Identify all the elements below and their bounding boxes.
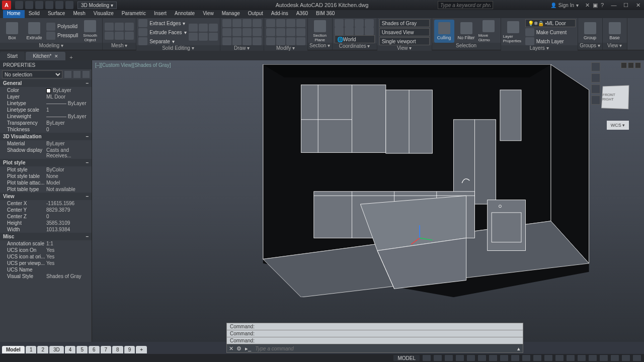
modify-tool-icon[interactable] <box>266 28 275 36</box>
coord-tool-icon[interactable] <box>365 19 374 27</box>
exchange-icon[interactable]: ✕ <box>585 2 590 9</box>
extract-edges-icon[interactable] <box>138 19 147 27</box>
section-plane-button[interactable]: Section Plane <box>310 20 330 43</box>
panel-title-coords[interactable]: Coordinates ▾ <box>333 43 377 50</box>
extrude-faces-icon[interactable] <box>138 28 147 36</box>
prop-value[interactable]: 1:1 <box>46 241 89 246</box>
properties-header[interactable]: PROPERTIES <box>0 60 92 69</box>
panel-title-groups[interactable]: Groups ▾ <box>578 43 602 50</box>
draw-tool-icon[interactable] <box>232 19 242 27</box>
status-snap-icon[interactable] <box>434 355 442 361</box>
close-button[interactable]: ✕ <box>632 0 644 10</box>
solid-tool-icon[interactable] <box>189 24 198 32</box>
layout-tab[interactable]: 9 <box>124 346 135 353</box>
prop-row[interactable]: Lineweight———— ByLayer <box>0 113 92 120</box>
prop-row[interactable]: UCS icon at ori...Yes <box>0 253 92 260</box>
prop-value[interactable]: ML Door <box>46 94 89 100</box>
viewport-label[interactable]: [–][Custom View][Shades of Gray] <box>95 62 171 68</box>
qat-redo-icon[interactable] <box>55 1 63 9</box>
quick-select-icon[interactable] <box>64 71 71 78</box>
layout-tab-model[interactable]: Model <box>2 346 25 353</box>
modify-tool-icon[interactable] <box>276 28 285 36</box>
status-dyninput-icon[interactable] <box>500 355 508 361</box>
toggle-pickadd-icon[interactable] <box>83 71 90 78</box>
prop-row[interactable]: Plot table attac...Model <box>0 179 92 186</box>
panel-title-draw[interactable]: Draw ▾ <box>220 45 264 51</box>
status-transparency-icon[interactable] <box>522 355 530 361</box>
minimize-button[interactable]: — <box>608 0 620 10</box>
prop-row[interactable]: LayerML Door <box>0 94 92 100</box>
solid-tool-icon[interactable] <box>209 24 218 32</box>
layout-tab[interactable]: 6 <box>89 346 100 353</box>
tab-annotate[interactable]: Annotate <box>171 10 199 18</box>
tab-mesh[interactable]: Mesh <box>69 10 89 18</box>
status-grid-icon[interactable] <box>423 355 431 361</box>
tab-visualize[interactable]: Visualize <box>90 10 118 18</box>
a360-icon[interactable]: ▣ <box>593 2 598 9</box>
signin-button[interactable]: 👤 Sign In ▾ <box>550 3 579 8</box>
prop-row[interactable]: UCS Name <box>0 266 92 273</box>
mesh-tool-icon[interactable] <box>125 23 134 31</box>
layout-tab[interactable]: 2 <box>37 346 48 353</box>
solid-tool-icon[interactable] <box>189 33 198 41</box>
draw-tool-icon[interactable] <box>222 28 231 36</box>
gizmo-button[interactable]: Move Gizmo <box>478 20 499 43</box>
prop-value[interactable]: 8829.3879 <box>46 207 89 213</box>
tab-close-icon[interactable]: ✕ <box>54 54 58 59</box>
status-hardware-icon[interactable] <box>611 355 619 361</box>
named-view-dropdown[interactable]: Unsaved View <box>379 28 430 36</box>
tab-solid[interactable]: Solid <box>25 10 44 18</box>
tab-home[interactable]: Home <box>3 10 25 18</box>
status-cleanscreen-icon[interactable] <box>622 355 630 361</box>
prop-value[interactable]: 3585.3109 <box>46 220 89 226</box>
prop-value[interactable]: None <box>46 173 89 179</box>
coord-tool-icon[interactable] <box>345 27 354 35</box>
prop-value[interactable]: 1013.9384 <box>46 227 89 232</box>
prop-value[interactable]: Shades of Gray <box>46 274 89 279</box>
tab-output[interactable]: Output <box>244 10 267 18</box>
prop-row[interactable]: Annotation scale1:1 <box>0 240 92 247</box>
prop-row[interactable]: MaterialByLayer <box>0 140 92 147</box>
modify-tool-icon[interactable] <box>286 37 295 45</box>
draw-tool-icon[interactable] <box>243 28 252 36</box>
solid-tool-icon[interactable] <box>199 33 208 41</box>
prop-section-header[interactable]: Misc– <box>0 233 92 240</box>
coord-tool-icon[interactable] <box>335 27 344 35</box>
mesh-tool-icon[interactable] <box>115 23 124 31</box>
panel-title-view[interactable]: View ▾ <box>377 45 432 51</box>
panel-title-section[interactable]: Section ▾ <box>308 43 332 50</box>
prop-row[interactable]: TransparencyByLayer <box>0 120 92 126</box>
draw-tool-icon[interactable] <box>222 37 231 45</box>
command-close-icon[interactable]: ✕ <box>227 345 235 352</box>
nofilter-button[interactable]: No Filter <box>456 20 476 43</box>
status-units-icon[interactable] <box>578 355 586 361</box>
mesh-tool-icon[interactable] <box>125 32 134 40</box>
prop-value[interactable]: ———— ByLayer <box>46 114 89 119</box>
prop-value[interactable]: 0 <box>46 214 89 219</box>
presspull-icon[interactable] <box>46 32 55 40</box>
tab-kitchen[interactable]: Kitchen*✕ <box>26 52 65 60</box>
qat-open-icon[interactable] <box>25 1 33 9</box>
modify-tool-icon[interactable] <box>286 28 295 36</box>
polysolid-icon[interactable] <box>46 23 55 31</box>
prop-value[interactable]: ByColor <box>46 167 89 172</box>
prop-row[interactable]: Linetype———— ByLayer <box>0 100 92 107</box>
extrude-button[interactable]: Extrude <box>24 20 44 43</box>
tab-manage[interactable]: Manage <box>218 10 244 18</box>
prop-value[interactable] <box>46 267 89 273</box>
layout-tab[interactable]: 8 <box>112 346 123 353</box>
layout-tab[interactable]: 4 <box>65 346 76 353</box>
status-quickprops-icon[interactable] <box>589 355 597 361</box>
modify-tool-icon[interactable] <box>266 37 275 45</box>
prop-value[interactable]: 1 <box>46 107 89 113</box>
tab-insert[interactable]: Insert <box>150 10 171 18</box>
draw-tool-icon[interactable] <box>232 28 242 36</box>
prop-section-header[interactable]: View– <box>0 193 92 200</box>
draw-tool-icon[interactable] <box>253 37 262 45</box>
command-input[interactable] <box>253 346 515 351</box>
layer-props-button[interactable]: Layer Properties <box>503 21 523 44</box>
tab-parametric[interactable]: Parametric <box>118 10 150 18</box>
separate-icon[interactable] <box>138 37 147 45</box>
command-customize-icon[interactable]: ⚙ <box>235 345 243 352</box>
status-ortho-icon[interactable] <box>445 355 453 361</box>
